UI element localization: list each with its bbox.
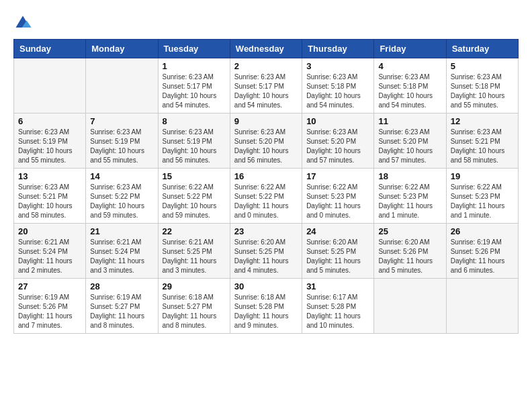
day-number: 7 (90, 116, 153, 126)
calendar-cell: 3Sunrise: 6:23 AMSunset: 5:18 PMDaylight… (302, 58, 374, 113)
calendar-cell: 26Sunrise: 6:19 AMSunset: 5:26 PMDayligh… (446, 224, 518, 279)
day-info: Sunrise: 6:23 AMSunset: 5:17 PMDaylight:… (163, 73, 226, 110)
day-info: Sunrise: 6:22 AMSunset: 5:22 PMDaylight:… (234, 183, 298, 220)
day-number: 4 (378, 61, 441, 71)
day-info: Sunrise: 6:23 AMSunset: 5:19 PMDaylight:… (18, 128, 81, 165)
day-info: Sunrise: 6:21 AMSunset: 5:24 PMDaylight:… (90, 238, 153, 275)
day-number: 6 (18, 116, 81, 126)
weekday-header: Sunday (14, 40, 86, 58)
day-number: 31 (306, 281, 369, 291)
day-number: 13 (18, 171, 81, 181)
day-number: 20 (18, 226, 81, 236)
calendar-cell: 16Sunrise: 6:22 AMSunset: 5:22 PMDayligh… (230, 169, 302, 224)
day-number: 15 (163, 171, 226, 181)
weekday-header: Thursday (302, 40, 374, 58)
logo-icon (13, 13, 32, 32)
calendar-cell: 18Sunrise: 6:22 AMSunset: 5:23 PMDayligh… (374, 169, 446, 224)
day-number: 5 (451, 61, 514, 71)
calendar-cell: 20Sunrise: 6:21 AMSunset: 5:24 PMDayligh… (14, 224, 86, 279)
calendar-cell: 5Sunrise: 6:23 AMSunset: 5:18 PMDaylight… (446, 58, 518, 113)
calendar-week-row: 6Sunrise: 6:23 AMSunset: 5:19 PMDaylight… (14, 113, 519, 169)
calendar-cell: 6Sunrise: 6:23 AMSunset: 5:19 PMDaylight… (14, 113, 86, 169)
calendar-cell (86, 58, 158, 113)
calendar-cell: 15Sunrise: 6:22 AMSunset: 5:22 PMDayligh… (158, 169, 230, 224)
calendar-week-row: 27Sunrise: 6:19 AMSunset: 5:26 PMDayligh… (14, 279, 519, 334)
day-number: 30 (234, 281, 298, 291)
calendar-cell: 23Sunrise: 6:20 AMSunset: 5:25 PMDayligh… (230, 224, 302, 279)
day-info: Sunrise: 6:23 AMSunset: 5:20 PMDaylight:… (378, 128, 441, 165)
calendar-cell: 4Sunrise: 6:23 AMSunset: 5:18 PMDaylight… (374, 58, 446, 113)
day-number: 18 (378, 171, 441, 181)
calendar-cell (446, 279, 518, 334)
calendar-cell: 11Sunrise: 6:23 AMSunset: 5:20 PMDayligh… (374, 113, 446, 169)
calendar-cell: 19Sunrise: 6:22 AMSunset: 5:23 PMDayligh… (446, 169, 518, 224)
day-info: Sunrise: 6:22 AMSunset: 5:23 PMDaylight:… (306, 183, 369, 220)
weekday-header: Tuesday (158, 40, 230, 58)
calendar-cell: 22Sunrise: 6:21 AMSunset: 5:25 PMDayligh… (158, 224, 230, 279)
calendar-cell: 30Sunrise: 6:18 AMSunset: 5:28 PMDayligh… (230, 279, 302, 334)
day-number: 23 (234, 226, 298, 236)
weekday-header: Wednesday (230, 40, 302, 58)
calendar-cell (14, 58, 86, 113)
day-number: 14 (90, 171, 153, 181)
calendar-week-row: 13Sunrise: 6:23 AMSunset: 5:21 PMDayligh… (14, 169, 519, 224)
weekday-header: Friday (374, 40, 446, 58)
day-info: Sunrise: 6:23 AMSunset: 5:21 PMDaylight:… (451, 128, 514, 165)
calendar-week-row: 20Sunrise: 6:21 AMSunset: 5:24 PMDayligh… (14, 224, 519, 279)
logo (13, 13, 36, 32)
day-info: Sunrise: 6:23 AMSunset: 5:19 PMDaylight:… (90, 128, 153, 165)
calendar-cell: 8Sunrise: 6:23 AMSunset: 5:19 PMDaylight… (158, 113, 230, 169)
calendar-header-row: SundayMondayTuesdayWednesdayThursdayFrid… (14, 40, 519, 58)
calendar-cell: 2Sunrise: 6:23 AMSunset: 5:17 PMDaylight… (230, 58, 302, 113)
day-number: 3 (306, 61, 369, 71)
day-info: Sunrise: 6:22 AMSunset: 5:23 PMDaylight:… (451, 183, 514, 220)
calendar-cell: 14Sunrise: 6:23 AMSunset: 5:22 PMDayligh… (86, 169, 158, 224)
weekday-header: Saturday (446, 40, 518, 58)
day-info: Sunrise: 6:22 AMSunset: 5:22 PMDaylight:… (163, 183, 226, 220)
day-number: 28 (90, 281, 153, 291)
calendar-cell: 7Sunrise: 6:23 AMSunset: 5:19 PMDaylight… (86, 113, 158, 169)
day-number: 17 (306, 171, 369, 181)
day-number: 8 (163, 116, 226, 126)
day-number: 10 (306, 116, 369, 126)
day-number: 19 (451, 171, 514, 181)
calendar-cell (374, 279, 446, 334)
day-info: Sunrise: 6:23 AMSunset: 5:22 PMDaylight:… (90, 183, 153, 220)
calendar-cell: 31Sunrise: 6:17 AMSunset: 5:28 PMDayligh… (302, 279, 374, 334)
day-info: Sunrise: 6:23 AMSunset: 5:18 PMDaylight:… (306, 73, 369, 110)
day-number: 21 (90, 226, 153, 236)
day-info: Sunrise: 6:20 AMSunset: 5:26 PMDaylight:… (378, 238, 441, 275)
day-number: 1 (163, 61, 226, 71)
day-info: Sunrise: 6:20 AMSunset: 5:25 PMDaylight:… (234, 238, 298, 275)
calendar-cell: 17Sunrise: 6:22 AMSunset: 5:23 PMDayligh… (302, 169, 374, 224)
day-number: 11 (378, 116, 441, 126)
day-number: 24 (306, 226, 369, 236)
calendar-cell: 21Sunrise: 6:21 AMSunset: 5:24 PMDayligh… (86, 224, 158, 279)
calendar-cell: 9Sunrise: 6:23 AMSunset: 5:20 PMDaylight… (230, 113, 302, 169)
day-number: 27 (18, 281, 81, 291)
calendar-cell: 24Sunrise: 6:20 AMSunset: 5:25 PMDayligh… (302, 224, 374, 279)
day-info: Sunrise: 6:19 AMSunset: 5:27 PMDaylight:… (90, 293, 153, 330)
day-number: 16 (234, 171, 298, 181)
day-number: 2 (234, 61, 298, 71)
day-info: Sunrise: 6:23 AMSunset: 5:19 PMDaylight:… (163, 128, 226, 165)
day-info: Sunrise: 6:19 AMSunset: 5:26 PMDaylight:… (451, 238, 514, 275)
day-info: Sunrise: 6:23 AMSunset: 5:20 PMDaylight:… (306, 128, 369, 165)
day-info: Sunrise: 6:23 AMSunset: 5:20 PMDaylight:… (234, 128, 298, 165)
day-number: 9 (234, 116, 298, 126)
calendar-cell: 12Sunrise: 6:23 AMSunset: 5:21 PMDayligh… (446, 113, 518, 169)
calendar-cell: 28Sunrise: 6:19 AMSunset: 5:27 PMDayligh… (86, 279, 158, 334)
calendar-cell: 13Sunrise: 6:23 AMSunset: 5:21 PMDayligh… (14, 169, 86, 224)
day-info: Sunrise: 6:23 AMSunset: 5:21 PMDaylight:… (18, 183, 81, 220)
day-info: Sunrise: 6:20 AMSunset: 5:25 PMDaylight:… (306, 238, 369, 275)
day-info: Sunrise: 6:23 AMSunset: 5:18 PMDaylight:… (451, 73, 514, 110)
calendar-week-row: 1Sunrise: 6:23 AMSunset: 5:17 PMDaylight… (14, 58, 519, 113)
weekday-header: Monday (86, 40, 158, 58)
day-info: Sunrise: 6:22 AMSunset: 5:23 PMDaylight:… (378, 183, 441, 220)
day-number: 25 (378, 226, 441, 236)
day-number: 22 (163, 226, 226, 236)
calendar-cell: 25Sunrise: 6:20 AMSunset: 5:26 PMDayligh… (374, 224, 446, 279)
day-info: Sunrise: 6:21 AMSunset: 5:25 PMDaylight:… (163, 238, 226, 275)
day-info: Sunrise: 6:23 AMSunset: 5:17 PMDaylight:… (234, 73, 298, 110)
calendar-table: SundayMondayTuesdayWednesdayThursdayFrid… (13, 39, 519, 334)
